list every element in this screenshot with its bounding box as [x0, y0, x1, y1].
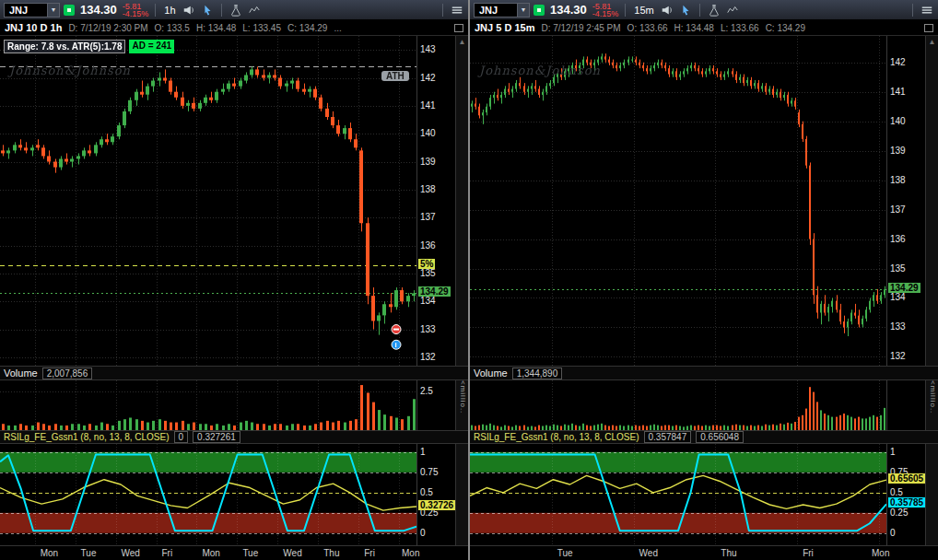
cursor-tool-icon[interactable]: [678, 3, 693, 18]
change-pct-label: -4.15%: [592, 10, 619, 18]
symbol-input[interactable]: JNJ ▼: [474, 3, 530, 18]
price-tick-label: 143: [420, 44, 436, 54]
rsi-pane-header: RSILg_FE_Gssn1 (8, no, 13, 8, CLOSE) 0 0…: [0, 430, 468, 444]
expand-icon[interactable]: [454, 24, 463, 32]
rsi-tick-label: 0.5: [420, 487, 433, 497]
header-close: C: 134.29: [287, 23, 327, 33]
rsi-value-2: 0.656048: [696, 431, 744, 443]
rsi-study-label: RSILg_FE_Gssn1 (8, no, 13, 8, CLOSE): [474, 432, 639, 442]
volume-chart[interactable]: [470, 380, 886, 430]
last-price-badge: 134.29: [888, 283, 920, 293]
rsi-tick-label: 0.5: [890, 487, 903, 497]
pane-edge-strip[interactable]: [925, 444, 938, 545]
rsi-study-label: RSILg_FE_Gssn1 (8, no, 13, 8, CLOSE): [4, 432, 170, 442]
price-tick-label: 142: [890, 57, 906, 67]
rsi-value-1: 0.357847: [644, 431, 692, 443]
toolbar-divider: [442, 4, 443, 17]
header-high: H: 134.48: [196, 23, 236, 33]
price-tick-label: 136: [890, 234, 906, 244]
beaker-icon[interactable]: [229, 3, 243, 18]
menu-icon[interactable]: [450, 3, 464, 18]
header-low: L: 133.66: [721, 23, 759, 33]
toolbar: JNJ ▼ 134.30 -5.81 -4.15% 15m: [470, 0, 938, 20]
rsi-chart[interactable]: [0, 444, 416, 545]
x-axis-label: Tue: [242, 548, 258, 558]
last-price-label: 134.30: [550, 3, 587, 17]
price-tick-label: 140: [890, 116, 906, 126]
x-axis-label: Fri: [803, 548, 814, 558]
pane-edge-strip[interactable]: [455, 444, 468, 545]
chart-header: JNJ 10 D 1h D: 7/12/19 2:30 PM O: 133.5 …: [0, 20, 468, 36]
dual-chart-grid: JNJ ▼ 134.30 -5.81 -4.15% 1h JNJ 10 D 1h…: [0, 0, 938, 560]
pattern-icon[interactable]: [247, 3, 262, 18]
menu-icon[interactable]: [920, 3, 934, 18]
pane-edge-strip[interactable]: <millio..: [455, 380, 468, 430]
price-tick-label: 134: [420, 296, 436, 306]
x-axis-labels: MonTueWedFriMonTueWedThuFriMon: [0, 545, 468, 560]
chart-header: JNJ 5 D 15m D: 7/12/19 2:45 PM O: 133.66…: [470, 20, 938, 36]
cursor-tool-icon[interactable]: [200, 3, 215, 18]
price-chart-area: 143142141140139138137136135134133132134.…: [0, 36, 468, 366]
price-tick-label: 135: [420, 268, 436, 278]
pane-edge-strip[interactable]: <millio..: [925, 380, 938, 430]
header-date: D: 7/12/19 2:30 PM: [68, 23, 147, 33]
price-change: -5.81 -4.15%: [592, 3, 619, 18]
realtime-status-icon: [533, 5, 545, 16]
megaphone-icon[interactable]: [660, 3, 674, 18]
price-tick-label: 139: [890, 146, 906, 156]
volume-tick-label: 2.5: [420, 386, 433, 396]
rsi-tick-label: 0: [420, 528, 426, 538]
volume-value: 1,344,890: [512, 368, 563, 379]
price-chart[interactable]: [470, 36, 886, 366]
volume-label: Volume: [4, 368, 38, 379]
price-tick-label: 133: [420, 324, 436, 334]
symbol-dropdown-arrow[interactable]: ▼: [517, 4, 529, 17]
ad-badge: AD = 241: [129, 40, 174, 53]
volume-axis[interactable]: 2.5: [416, 380, 455, 430]
x-axis-label: Thu: [323, 548, 339, 558]
header-open: O: 133.66: [627, 23, 668, 33]
pane-collapse-icon[interactable]: ▲: [456, 38, 468, 46]
megaphone-icon[interactable]: [182, 3, 196, 18]
chart-panel-right: JNJ ▼ 134.30 -5.81 -4.15% 15m JNJ 5 D 15…: [470, 0, 938, 560]
rsi-tick-label: 0: [890, 528, 896, 538]
rsi-axis[interactable]: 10.750.50.2500.32726: [416, 444, 455, 545]
symbol-dropdown-arrow[interactable]: ▼: [47, 4, 59, 17]
volume-chart-area: <millio..: [470, 380, 938, 430]
price-axis[interactable]: 143142141140139138137136135134133132134.…: [416, 36, 455, 366]
header-date: D: 7/12/19 2:45 PM: [541, 23, 620, 33]
pattern-icon[interactable]: [725, 3, 740, 18]
change-pct-label: -4.15%: [123, 10, 149, 18]
price-tick-label: 137: [420, 212, 436, 222]
price-tick-label: 132: [420, 352, 436, 362]
rsi-axis[interactable]: 10.750.50.2500.656050.35785: [886, 444, 925, 545]
toolbar-divider: [699, 4, 700, 17]
pane-edge-strip[interactable]: ▲: [455, 36, 468, 366]
header-open: O: 133.5: [155, 23, 190, 33]
rsi-tick-label: 1: [420, 447, 426, 457]
x-axis-label: Mon: [872, 548, 889, 558]
rsi-chart-area: 10.750.50.2500.656050.35785: [470, 444, 938, 545]
volume-pane-header: Volume 1,344,890: [470, 366, 938, 380]
price-tick-label: 142: [420, 73, 436, 83]
volume-chart[interactable]: [0, 380, 416, 430]
chart-panel-left: JNJ ▼ 134.30 -5.81 -4.15% 1h JNJ 10 D 1h…: [0, 0, 468, 560]
rsi-chart[interactable]: [470, 444, 886, 545]
timeframe-button[interactable]: 15m: [632, 5, 655, 16]
x-axis-label: Wed: [122, 548, 140, 558]
toolbar-divider: [625, 4, 626, 17]
price-axis[interactable]: 142141140139138137136135134133132134.29: [886, 36, 925, 366]
price-tick-label: 137: [890, 204, 906, 215]
volume-axis[interactable]: [886, 380, 925, 430]
symbol-input[interactable]: JNJ ▼: [4, 3, 60, 18]
price-tick-label: 136: [420, 240, 436, 251]
timeframe-button[interactable]: 1h: [162, 5, 177, 16]
price-chart[interactable]: [0, 36, 416, 366]
toolbar-divider: [912, 4, 913, 17]
price-chart-area: 142141140139138137136135134133132134.29 …: [470, 36, 938, 366]
pane-edge-strip[interactable]: ▲: [925, 36, 938, 366]
volume-pane-header: Volume 2,007,856: [0, 366, 468, 380]
beaker-icon[interactable]: [707, 3, 721, 18]
expand-icon[interactable]: [924, 24, 933, 32]
pane-collapse-icon[interactable]: ▲: [926, 38, 938, 46]
